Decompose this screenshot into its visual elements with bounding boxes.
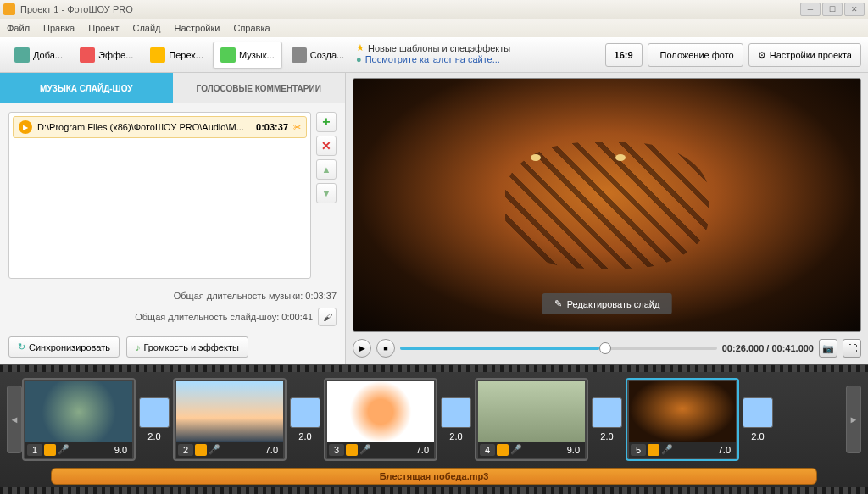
- play-button[interactable]: ▶: [353, 339, 371, 358]
- pencil-icon: [346, 444, 358, 456]
- gear-icon: [292, 47, 307, 63]
- pencil-icon: [497, 444, 509, 456]
- toolbar: Доба...Эффе...Перех...Музык...Созда... ★…: [0, 37, 868, 73]
- toolbar-camera-button[interactable]: Доба...: [7, 42, 70, 69]
- left-panel: МУЗЫКА СЛАЙД-ШОУ ГОЛОСОВЫЕ КОММЕНТАРИИ ▶…: [0, 73, 346, 364]
- mic-icon: 🎤: [209, 444, 220, 456]
- timeline-next-button[interactable]: ►: [846, 386, 861, 453]
- mic-icon: 🎤: [661, 444, 673, 456]
- slide-thumb-3[interactable]: 3🎤7.0: [324, 378, 437, 461]
- mic-icon: 🎤: [510, 444, 522, 456]
- pencil-icon: [44, 444, 56, 456]
- music-list: ▶ D:\Program Files (x86)\ФотоШОУ PRO\Aud…: [8, 112, 311, 279]
- move-up-button[interactable]: ▲: [316, 159, 337, 180]
- volume-icon: ♪: [136, 342, 141, 352]
- maximize-button[interactable]: ☐: [822, 3, 843, 16]
- toolbar-music-button[interactable]: Музык...: [213, 42, 282, 69]
- playback-time: 00:26.000 / 00:41.000: [722, 343, 814, 353]
- track-path: D:\Program Files (x86)\ФотоШОУ PRO\Audio…: [37, 122, 251, 132]
- star-icon: [150, 47, 165, 63]
- aspect-ratio-button[interactable]: 16:9: [605, 43, 643, 67]
- edit-slide-button[interactable]: ✎Редактировать слайд: [542, 293, 672, 314]
- music-duration-label: Общая длительность музыки: 0:03:37: [174, 291, 337, 301]
- menubar: Файл Правка Проект Слайд Настройки Справ…: [0, 19, 868, 37]
- tab-voice[interactable]: ГОЛОСОВЫЕ КОММЕНТАРИИ: [173, 73, 346, 103]
- pencil-icon: [648, 444, 659, 456]
- mic-icon: 🎤: [58, 444, 70, 456]
- volume-effects-button[interactable]: ♪Громкость и эффекты: [126, 336, 248, 358]
- menu-edit[interactable]: Правка: [43, 23, 75, 33]
- window-title: Проект 1 - ФотоШОУ PRO: [20, 4, 133, 14]
- playback-slider[interactable]: [400, 347, 717, 350]
- timeline: ◄ 1🎤9.02.02🎤7.02.03🎤7.02.04🎤9.02.05🎤7.02…: [0, 364, 868, 494]
- transition-2[interactable]: [290, 397, 320, 428]
- photo-position-button[interactable]: Положение фото: [648, 43, 743, 67]
- transition-4[interactable]: [592, 397, 622, 428]
- toolbar-star-button[interactable]: Перех...: [142, 42, 211, 69]
- add-track-button[interactable]: +: [316, 112, 337, 132]
- slide-thumb-5[interactable]: 5🎤7.0: [626, 378, 739, 461]
- mic-icon: 🎤: [359, 444, 371, 456]
- toolbar-gear-button[interactable]: Созда...: [284, 42, 352, 69]
- menu-project[interactable]: Проект: [88, 23, 119, 33]
- globe-icon: ●: [356, 54, 362, 64]
- slideshow-duration-label: Общая длительность слайд-шоу: 0:00:41: [135, 312, 313, 322]
- titlebar: Проект 1 - ФотоШОУ PRO ─ ☐ ✕: [0, 0, 868, 19]
- sync-icon: ↻: [18, 341, 25, 352]
- timeline-prev-button[interactable]: ◄: [7, 386, 22, 453]
- menu-settings[interactable]: Настройки: [175, 23, 220, 33]
- pencil-icon: [195, 444, 207, 456]
- promo-templates: ★Новые шаблоны и спецэффекты: [356, 42, 510, 53]
- stop-button[interactable]: ■: [376, 339, 395, 358]
- slide-thumb-4[interactable]: 4🎤9.0: [475, 378, 588, 461]
- music-track[interactable]: ▶ D:\Program Files (x86)\ФотоШОУ PRO\Aud…: [13, 116, 307, 138]
- toolbar-palette-button[interactable]: Эффе...: [72, 42, 141, 69]
- camera-icon: [14, 47, 30, 63]
- transition-5[interactable]: [743, 397, 773, 428]
- transition-3[interactable]: [441, 397, 471, 428]
- pencil-icon: ✎: [554, 298, 562, 309]
- slide-thumb-2[interactable]: 2🎤7.0: [173, 378, 287, 461]
- remove-track-button[interactable]: ✕: [316, 136, 337, 156]
- menu-slide[interactable]: Слайд: [132, 23, 160, 33]
- preview-image: ✎Редактировать слайд: [353, 78, 861, 332]
- promo-catalog-link[interactable]: ●Посмотрите каталог на сайте...: [356, 54, 510, 64]
- move-down-button[interactable]: ▼: [316, 183, 337, 203]
- close-button[interactable]: ✕: [844, 3, 865, 16]
- preview-panel: ✎Редактировать слайд ▶ ■ 00:26.000 / 00:…: [346, 73, 868, 364]
- palette-icon: [80, 47, 95, 63]
- slide-thumb-1[interactable]: 1🎤9.0: [22, 378, 136, 461]
- clip-icon: ✂: [293, 122, 301, 133]
- play-icon[interactable]: ▶: [19, 120, 32, 134]
- minimize-button[interactable]: ─: [800, 3, 821, 16]
- audio-track-bar[interactable]: Блестящая победа.mp3: [51, 468, 817, 485]
- star-icon: ★: [356, 42, 364, 53]
- sync-button[interactable]: ↻Синхронизировать: [8, 336, 120, 358]
- transition-1[interactable]: [139, 397, 170, 428]
- menu-file[interactable]: Файл: [7, 23, 30, 33]
- brush-button[interactable]: 🖌: [318, 308, 337, 326]
- gear-icon: ⚙: [758, 50, 766, 61]
- tab-music[interactable]: МУЗЫКА СЛАЙД-ШОУ: [0, 73, 173, 103]
- menu-help[interactable]: Справка: [233, 23, 270, 33]
- snapshot-button[interactable]: 📷: [819, 339, 837, 358]
- app-icon: [3, 3, 15, 15]
- fullscreen-button[interactable]: ⛶: [843, 339, 861, 358]
- music-icon: [220, 47, 236, 63]
- project-settings-button[interactable]: ⚙Настройки проекта: [748, 43, 861, 67]
- track-duration: 0:03:37: [256, 122, 288, 132]
